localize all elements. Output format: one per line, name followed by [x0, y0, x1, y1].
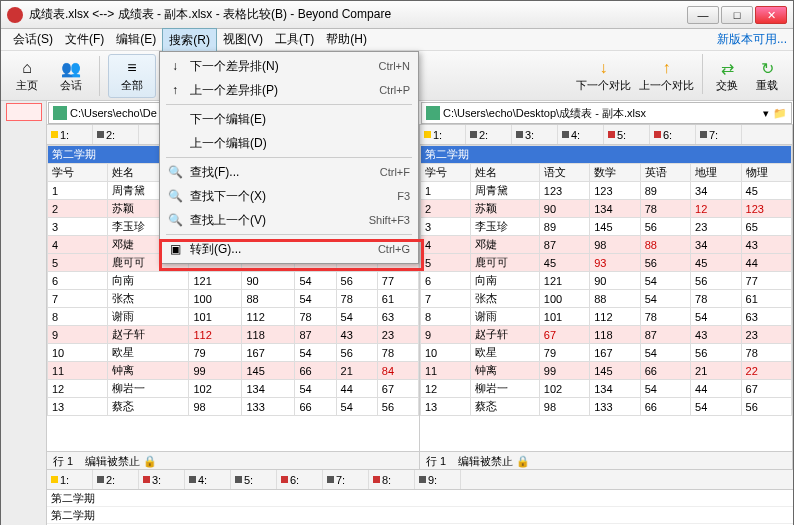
bottom-row[interactable]: 第二学期	[47, 490, 793, 507]
bottom-body[interactable]: 第二学期第二学期	[47, 490, 793, 525]
header-cell: 姓名	[471, 164, 539, 182]
menu-3[interactable]: 搜索(R)	[162, 28, 217, 52]
session-button[interactable]: 👥会话	[51, 54, 91, 98]
table-row[interactable]: 7张杰10088547861	[421, 290, 792, 308]
cell: 43	[336, 326, 377, 344]
col-header[interactable]: 5:	[231, 470, 277, 489]
col-header[interactable]: 4:	[558, 125, 604, 144]
col-header[interactable]: 1:	[47, 470, 93, 489]
col-header[interactable]: 2:	[466, 125, 512, 144]
cell: 2	[421, 200, 471, 218]
col-header[interactable]: 3:	[512, 125, 558, 144]
menu-6[interactable]: 帮助(H)	[320, 28, 373, 52]
cell: 7	[48, 290, 108, 308]
table-row[interactable]: 5鹿可可4593564544	[421, 254, 792, 272]
cell: 67	[377, 380, 418, 398]
menu-item-shortcut: Ctrl+F	[380, 166, 410, 178]
menu-item-icon: ↓	[166, 59, 184, 73]
table-row[interactable]: 7张杰10088547861	[48, 290, 419, 308]
cell: 5	[48, 254, 108, 272]
header-cell: 地理	[691, 164, 741, 182]
table-row[interactable]: 3李玉珍89145562365	[421, 218, 792, 236]
col-header[interactable]: 2:	[93, 125, 139, 144]
all-button[interactable]: ≡全部	[108, 54, 156, 98]
col-header[interactable]: 6:	[650, 125, 696, 144]
menu-2[interactable]: 编辑(E)	[110, 28, 162, 52]
table-row[interactable]: 11钟离99145662184	[48, 362, 419, 380]
close-button[interactable]: ✕	[755, 6, 787, 24]
menu-1[interactable]: 文件(F)	[59, 28, 110, 52]
table-row[interactable]: 9赵子轩67118874323	[421, 326, 792, 344]
prev-diff-button[interactable]: ↑上一个对比	[635, 54, 698, 98]
menu-5[interactable]: 工具(T)	[269, 28, 320, 52]
table-row[interactable]: 10欧星79167545678	[48, 344, 419, 362]
cell: 23	[377, 326, 418, 344]
cell: 118	[242, 326, 295, 344]
minimize-button[interactable]: ―	[687, 6, 719, 24]
cell: 54	[336, 308, 377, 326]
menu-item[interactable]: 🔍查找上一个(V)Shift+F3	[162, 208, 416, 232]
table-row[interactable]: 6向南12190545677	[48, 272, 419, 290]
menu-item[interactable]: 上一个编辑(D)	[162, 131, 416, 155]
menu-item[interactable]: ▣转到(G)...Ctrl+G	[162, 237, 416, 261]
table-row[interactable]: 2苏颖901347812123	[421, 200, 792, 218]
table-row[interactable]: 8谢雨101112785463	[421, 308, 792, 326]
col-header[interactable]: 6:	[277, 470, 323, 489]
diff-indicator-icon[interactable]	[6, 103, 42, 121]
table-row[interactable]: 9赵子轩112118874323	[48, 326, 419, 344]
maximize-button[interactable]: □	[721, 6, 753, 24]
bottom-row[interactable]: 第二学期	[47, 507, 793, 524]
menu-item[interactable]: 下一个编辑(E)	[162, 107, 416, 131]
home-button[interactable]: ⌂主页	[7, 54, 47, 98]
table-row[interactable]: 4邓婕8798883443	[421, 236, 792, 254]
cell: 89	[539, 218, 589, 236]
cell: 89	[640, 182, 690, 200]
cell: 100	[189, 290, 242, 308]
header-cell: 数学	[590, 164, 640, 182]
swap-button[interactable]: ⇄交换	[707, 54, 747, 98]
col-header[interactable]: 2:	[93, 470, 139, 489]
col-header[interactable]: 3:	[139, 470, 185, 489]
table-row[interactable]: 13蔡忞98133665456	[48, 398, 419, 416]
col-header[interactable]: 9:	[415, 470, 461, 489]
table-row[interactable]: 1周青黛123123893445	[421, 182, 792, 200]
next-diff-button[interactable]: ↓下一个对比	[572, 54, 635, 98]
reload-button[interactable]: ↻重载	[747, 54, 787, 98]
menu-item[interactable]: ↑上一个差异排(P)Ctrl+P	[162, 78, 416, 102]
header-cell: 语文	[539, 164, 589, 182]
dropdown-icon[interactable]: ▾	[763, 107, 769, 120]
col-header[interactable]: 1:	[47, 125, 93, 144]
cell: 66	[295, 398, 336, 416]
table-row[interactable]: 6向南12190545677	[421, 272, 792, 290]
right-path-input[interactable]	[443, 107, 763, 119]
sheet-row[interactable]: 第二学期	[421, 146, 792, 164]
table-row[interactable]: 12柳岩一102134544467	[421, 380, 792, 398]
home-icon: ⌂	[17, 58, 37, 78]
menu-item-label: 下一个差异排(N)	[190, 58, 279, 75]
right-grid[interactable]: 第二学期学号姓名语文数学英语地理物理1周青黛1231238934452苏颖901…	[420, 145, 792, 451]
col-header[interactable]: 1:	[420, 125, 466, 144]
col-header[interactable]: 5:	[604, 125, 650, 144]
search-menu[interactable]: ↓下一个差异排(N)Ctrl+N↑上一个差异排(P)Ctrl+P下一个编辑(E)…	[159, 51, 419, 264]
table-row[interactable]: 12柳岩一102134544467	[48, 380, 419, 398]
menu-item[interactable]: ↓下一个差异排(N)Ctrl+N	[162, 54, 416, 78]
right-pane: 1:2:3:4:5:6:7: 第二学期学号姓名语文数学英语地理物理1周青黛123…	[420, 125, 793, 451]
col-header[interactable]: 4:	[185, 470, 231, 489]
update-link[interactable]: 新版本可用...	[717, 31, 787, 48]
cell: 54	[640, 380, 690, 398]
browse-icon[interactable]: 📁	[773, 107, 787, 120]
menu-4[interactable]: 视图(V)	[217, 28, 269, 52]
col-header[interactable]: 7:	[696, 125, 742, 144]
menu-item[interactable]: 🔍查找(F)...Ctrl+F	[162, 160, 416, 184]
table-row[interactable]: 11钟离99145662122	[421, 362, 792, 380]
table-row[interactable]: 10欧星79167545678	[421, 344, 792, 362]
table-row[interactable]: 13蔡忞98133665456	[421, 398, 792, 416]
menu-0[interactable]: 会话(S)	[7, 28, 59, 52]
excel-icon	[426, 106, 440, 120]
table-row[interactable]: 8谢雨101112785463	[48, 308, 419, 326]
app-icon	[7, 7, 23, 23]
right-path[interactable]: ▾ 📁	[421, 102, 792, 124]
menu-item[interactable]: 🔍查找下一个(X)F3	[162, 184, 416, 208]
col-header[interactable]: 7:	[323, 470, 369, 489]
col-header[interactable]: 8:	[369, 470, 415, 489]
